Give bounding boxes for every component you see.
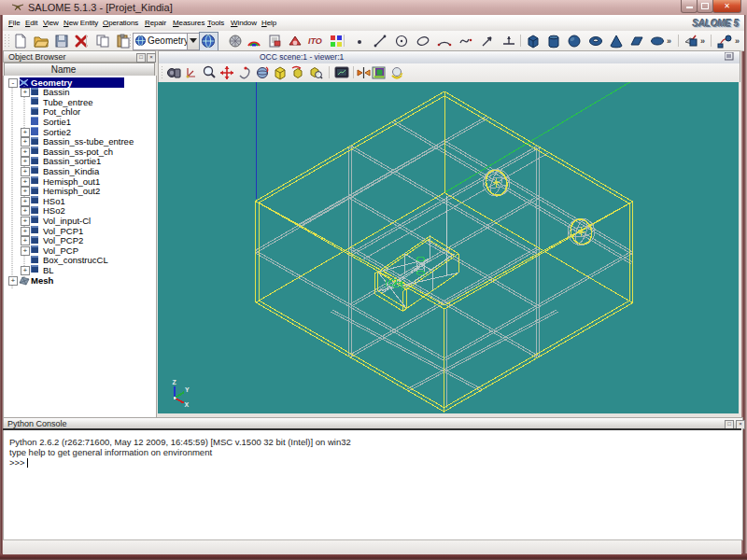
svg-text:X: X [185, 401, 190, 408]
svg-text:Z: Z [173, 379, 177, 385]
svg-text:Y: Y [185, 386, 190, 393]
